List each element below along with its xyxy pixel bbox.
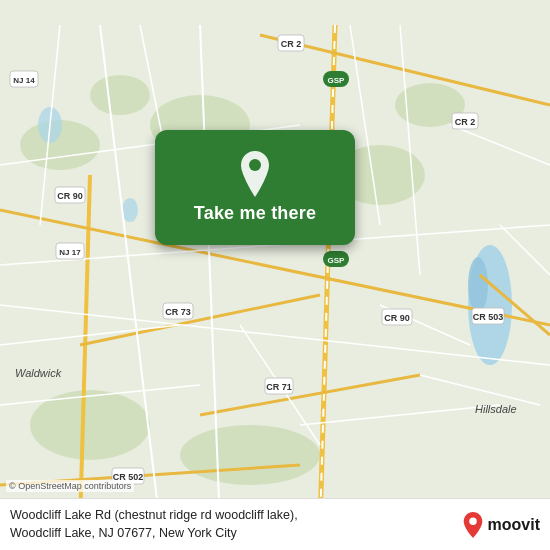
- moovit-logo: moovit: [462, 512, 540, 538]
- svg-text:CR 90: CR 90: [57, 191, 83, 201]
- svg-text:CR 90: CR 90: [384, 313, 410, 323]
- svg-text:CR 73: CR 73: [165, 307, 191, 317]
- svg-point-65: [469, 517, 476, 524]
- svg-point-5: [180, 425, 320, 485]
- svg-text:NJ 17: NJ 17: [59, 248, 81, 257]
- svg-point-11: [122, 198, 138, 222]
- svg-text:CR 2: CR 2: [281, 39, 302, 49]
- address-text: Woodcliff Lake Rd (chestnut ridge rd woo…: [10, 507, 452, 542]
- svg-point-64: [249, 159, 261, 171]
- svg-point-2: [90, 75, 150, 115]
- svg-text:CR 71: CR 71: [266, 382, 292, 392]
- svg-text:GSP: GSP: [328, 76, 346, 85]
- svg-text:GSP: GSP: [328, 256, 346, 265]
- cta-label: Take me there: [194, 203, 316, 224]
- bottom-info-bar: Woodcliff Lake Rd (chestnut ridge rd woo…: [0, 498, 550, 550]
- take-me-there-button[interactable]: Take me there: [155, 130, 355, 245]
- moovit-pin-icon: [462, 512, 484, 538]
- location-pin-icon: [237, 151, 273, 197]
- moovit-logo-text: moovit: [488, 516, 540, 534]
- map-attribution: © OpenStreetMap contributors: [6, 480, 134, 492]
- svg-text:CR 2: CR 2: [455, 117, 476, 127]
- svg-text:CR 503: CR 503: [473, 312, 504, 322]
- svg-text:Hillsdale: Hillsdale: [475, 403, 517, 415]
- map-container: CR 2 CR 2 GSP GSP NJ 17 NJ 14 CR 90 CR 9…: [0, 0, 550, 550]
- svg-text:NJ 14: NJ 14: [13, 76, 35, 85]
- svg-text:Waldwick: Waldwick: [15, 367, 62, 379]
- svg-point-9: [468, 257, 488, 313]
- map-svg: CR 2 CR 2 GSP GSP NJ 17 NJ 14 CR 90 CR 9…: [0, 0, 550, 550]
